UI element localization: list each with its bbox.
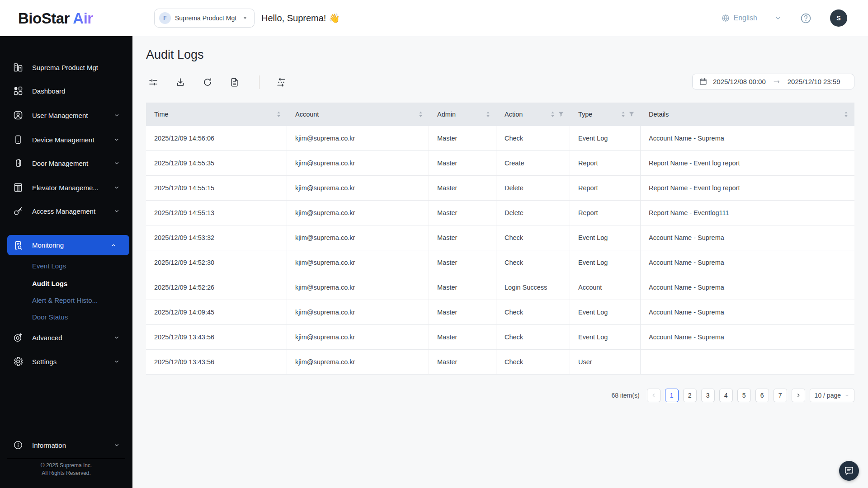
toolbar — [148, 77, 303, 88]
sidebar-item-device-management[interactable]: Device Management — [0, 130, 132, 150]
cell-type: Report — [570, 201, 641, 225]
table-row[interactable]: 2025/12/09 14:55:35 kjim@suprema.co.kr M… — [146, 151, 854, 176]
filter-funnel-icon[interactable] — [629, 112, 634, 117]
sidebar-item-alert-report-history[interactable]: Alert & Report Histo... — [0, 293, 132, 307]
avatar-initial: S — [836, 14, 840, 22]
page-size-select[interactable]: 10 / page — [810, 389, 854, 402]
filter-funnel-icon[interactable] — [558, 112, 564, 117]
page-button-2[interactable]: 2 — [683, 389, 697, 402]
sidebar-item-monitoring[interactable]: Monitoring — [7, 235, 129, 255]
download-icon[interactable] — [175, 77, 186, 88]
sidebar-item-elevator-management[interactable]: Elevator Manageme... — [0, 178, 132, 197]
table-row[interactable]: 2025/12/09 14:53:32 kjim@suprema.co.kr M… — [146, 225, 854, 250]
table-row[interactable]: 2025/12/09 13:43:56 kjim@suprema.co.kr M… — [146, 350, 854, 375]
cell-details: Account Name - Suprema — [641, 250, 854, 275]
cell-action: Login Success — [496, 275, 570, 300]
table-row[interactable]: 2025/12/09 14:56:06 kjim@suprema.co.kr M… — [146, 126, 854, 151]
cell-action: Check — [496, 250, 570, 275]
table-row[interactable]: 2025/12/09 14:52:26 kjim@suprema.co.kr M… — [146, 275, 854, 300]
refresh-icon[interactable] — [202, 77, 213, 88]
app-logo: BioStar Air — [18, 10, 93, 27]
table-row[interactable]: 2025/12/09 14:52:30 kjim@suprema.co.kr M… — [146, 250, 854, 275]
sidebar: Suprema Product Mgt Dashboard User Manag… — [0, 36, 132, 488]
page-button-1[interactable]: 1 — [665, 389, 679, 402]
cell-account: kjim@suprema.co.kr — [287, 325, 429, 349]
sort-icon[interactable] — [844, 111, 848, 117]
column-header-type[interactable]: Type — [570, 103, 641, 126]
sidebar-item-dashboard[interactable]: Dashboard — [0, 81, 132, 101]
org-selector[interactable]: F Suprema Product Mgt — [154, 9, 255, 28]
page-button-3[interactable]: 3 — [701, 389, 715, 402]
sidebar-item-audit-logs[interactable]: Audit Logs — [0, 277, 132, 290]
cell-action: Check — [496, 350, 570, 374]
sidebar-item-settings[interactable]: Settings — [0, 352, 132, 371]
cell-type: Account — [570, 275, 641, 300]
report-icon[interactable] — [229, 77, 240, 88]
next-page-button[interactable] — [792, 389, 805, 402]
chevron-down-icon — [113, 442, 120, 448]
table-row[interactable]: 2025/12/09 14:55:13 kjim@suprema.co.kr M… — [146, 201, 854, 225]
page-button-4[interactable]: 4 — [719, 389, 733, 402]
page-button-7[interactable]: 7 — [774, 389, 787, 402]
sidebar-item-access-management[interactable]: Access Management — [0, 201, 132, 221]
cell-time: 2025/12/09 14:55:15 — [146, 176, 287, 200]
chevron-down-icon[interactable] — [774, 14, 782, 22]
cell-details: Account Name - Suprema — [641, 275, 854, 300]
sidebar-item-advanced[interactable]: Advanced — [0, 328, 132, 347]
sort-icon[interactable] — [419, 111, 423, 117]
language-selector[interactable]: English — [721, 14, 757, 23]
column-order-icon[interactable] — [276, 77, 287, 88]
sidebar-item-suprema-product-mgt[interactable]: Suprema Product Mgt — [0, 57, 132, 77]
cell-admin: Master — [429, 201, 496, 225]
sort-icon[interactable] — [486, 111, 490, 117]
sidebar-item-door-management[interactable]: Door Management — [0, 153, 132, 173]
cell-details: Account Name - Suprema — [641, 300, 854, 324]
page-button-5[interactable]: 5 — [737, 389, 751, 402]
date-range-picker[interactable]: 2025/12/08 00:00 2025/12/10 23:59 — [692, 74, 854, 89]
sort-icon[interactable] — [277, 111, 281, 117]
cell-time: 2025/12/09 14:55:35 — [146, 151, 287, 175]
help-icon[interactable] — [800, 12, 812, 24]
table-header: Time Account Admin Action Type — [146, 103, 854, 126]
column-header-action[interactable]: Action — [496, 103, 570, 126]
cell-time: 2025/12/09 13:43:56 — [146, 350, 287, 374]
building-icon — [13, 62, 24, 73]
sidebar-item-door-status[interactable]: Door Status — [0, 310, 132, 324]
table-row[interactable]: 2025/12/09 14:55:15 kjim@suprema.co.kr M… — [146, 176, 854, 201]
cell-admin: Master — [429, 300, 496, 324]
cell-admin: Master — [429, 325, 496, 349]
filter-icon[interactable] — [148, 77, 159, 88]
prev-page-button[interactable] — [647, 389, 660, 402]
sort-icon[interactable] — [551, 111, 555, 117]
cell-type: Report — [570, 151, 641, 175]
cell-details: Account Name - Suprema — [641, 325, 854, 349]
chat-bubble-icon — [844, 465, 854, 476]
cell-admin: Master — [429, 225, 496, 250]
globe-icon — [721, 14, 730, 23]
cell-admin: Master — [429, 350, 496, 374]
column-header-account[interactable]: Account — [287, 103, 429, 126]
key-icon — [13, 206, 24, 216]
cell-account: kjim@suprema.co.kr — [287, 250, 429, 275]
logo-air: Air — [73, 10, 93, 27]
logo-biostar: BioStar — [18, 10, 70, 27]
column-header-details[interactable]: Details — [641, 103, 854, 126]
chat-fab-button[interactable] — [839, 461, 859, 481]
sidebar-item-user-management[interactable]: User Management — [0, 105, 132, 125]
cell-details: Report Name - Event log report — [641, 176, 854, 200]
user-avatar[interactable]: S — [830, 9, 847, 27]
language-label: English — [734, 14, 757, 22]
sidebar-item-event-logs[interactable]: Event Logs — [0, 259, 132, 272]
table-row[interactable]: 2025/12/09 13:43:56 kjim@suprema.co.kr M… — [146, 325, 854, 350]
cell-action: Delete — [496, 201, 570, 225]
page-button-6[interactable]: 6 — [755, 389, 769, 402]
sort-icon[interactable] — [621, 111, 625, 117]
caret-down-icon — [242, 15, 248, 21]
arrow-right-icon — [773, 79, 780, 84]
sidebar-item-information[interactable]: Information — [0, 435, 132, 455]
table-row[interactable]: 2025/12/09 14:09:45 kjim@suprema.co.kr M… — [146, 300, 854, 325]
chevron-down-icon — [844, 393, 849, 398]
cell-time: 2025/12/09 14:52:30 — [146, 250, 287, 275]
column-header-admin[interactable]: Admin — [429, 103, 496, 126]
column-header-time[interactable]: Time — [146, 103, 287, 126]
